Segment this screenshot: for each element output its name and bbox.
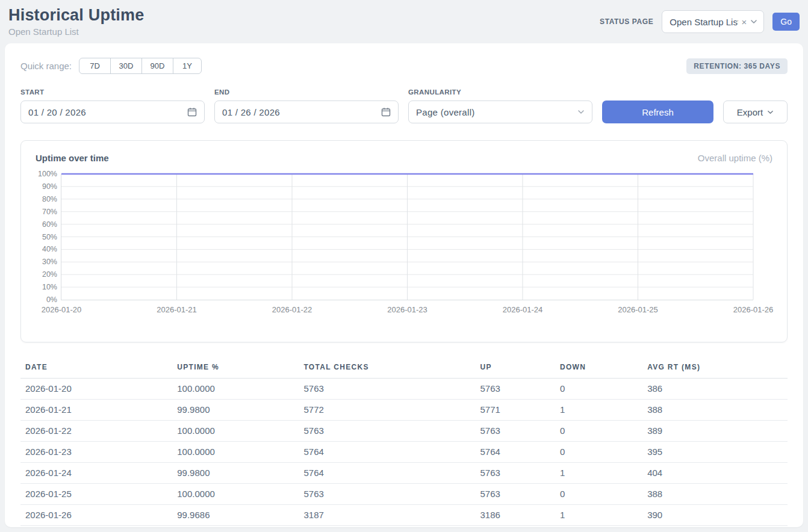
quick-range-90d[interactable]: 90D: [141, 58, 173, 74]
table-cell: 404: [642, 463, 788, 484]
table-cell: 100.0000: [172, 421, 299, 442]
table-column-header: TOTAL CHECKS: [299, 358, 475, 379]
chart-title: Uptime over time: [36, 153, 109, 163]
table-column-header: DATE: [20, 358, 172, 379]
end-date-input[interactable]: 01 / 26 / 2026: [214, 101, 399, 123]
table-cell: 0: [555, 421, 642, 442]
y-axis-tick-label: 80%: [42, 195, 57, 203]
status-page-label: STATUS PAGE: [600, 17, 653, 26]
status-page-controls: STATUS PAGE Open Startup List × Go: [600, 10, 800, 33]
table-cell: 100.0000: [172, 379, 299, 400]
granularity-selected-value: Page (overall): [416, 107, 577, 117]
x-axis-tick-label: 2026-01-20: [42, 305, 82, 314]
table-cell: 100.0000: [172, 442, 299, 463]
table-cell: 5772: [299, 400, 475, 421]
table-cell: 5763: [475, 379, 555, 400]
table-row: 2026-01-25100.0000576357630388: [20, 484, 788, 505]
table-cell: 1: [555, 505, 642, 526]
table-cell: 5771: [475, 400, 555, 421]
clear-selection-icon[interactable]: ×: [742, 17, 747, 26]
end-date-label: END: [214, 88, 399, 96]
status-page-selected-value: Open Startup List: [670, 17, 738, 27]
granularity-label: GRANULARITY: [408, 88, 592, 96]
table-cell: 0: [555, 442, 642, 463]
table-column-header: UPTIME %: [172, 358, 299, 379]
go-button[interactable]: Go: [772, 13, 800, 31]
table-cell: 5763: [475, 421, 555, 442]
y-axis-tick-label: 0%: [46, 295, 57, 304]
table-column-header: DOWN: [555, 358, 642, 379]
chart-area: 0%10%20%30%40%50%60%70%80%90%100%2026-01…: [36, 168, 772, 326]
table-cell: 2026-01-25: [20, 484, 172, 505]
table-column-header: AVG RT (MS): [642, 358, 788, 379]
uptime-line-chart: [61, 174, 753, 300]
table-row: 2026-01-20100.0000576357630386: [20, 379, 788, 400]
end-date-field: END 01 / 26 / 2026: [214, 88, 399, 123]
y-axis-tick-label: 10%: [42, 283, 57, 291]
y-axis-tick-label: 100%: [38, 170, 57, 178]
granularity-field: GRANULARITY Page (overall): [408, 88, 592, 123]
table-column-header: UP: [475, 358, 555, 379]
table-cell: 1: [555, 400, 642, 421]
x-axis-tick-label: 2026-01-25: [618, 305, 658, 314]
quick-range-7d[interactable]: 7D: [79, 58, 111, 74]
table-cell: 2026-01-26: [20, 505, 172, 526]
table-cell: 390: [642, 505, 788, 526]
table-cell: 5763: [299, 484, 475, 505]
table-cell: 5764: [475, 442, 555, 463]
start-date-field: START 01 / 20 / 2026: [20, 88, 205, 123]
y-axis-tick-label: 70%: [42, 208, 57, 216]
table-cell: 2026-01-20: [20, 379, 172, 400]
table-cell: 2026-01-21: [20, 400, 172, 421]
y-axis-tick-label: 50%: [42, 233, 57, 241]
calendar-icon[interactable]: [187, 107, 197, 117]
calendar-icon[interactable]: [381, 107, 391, 117]
x-axis-tick-label: 2026-01-24: [503, 305, 543, 314]
table-cell: 5763: [299, 421, 475, 442]
retention-badge: RETENTION: 365 DAYS: [686, 58, 788, 74]
refresh-button[interactable]: Refresh: [602, 101, 713, 123]
table-cell: 2026-01-24: [20, 463, 172, 484]
table-cell: 99.9800: [172, 400, 299, 421]
table-cell: 388: [642, 484, 788, 505]
table-row: 2026-01-2499.9800576457631404: [20, 463, 788, 484]
quick-range-label: Quick range:: [20, 61, 72, 71]
export-button[interactable]: Export: [723, 101, 788, 123]
table-cell: 100.0000: [172, 484, 299, 505]
chevron-down-icon: [577, 108, 585, 116]
table-cell: 2026-01-22: [20, 421, 172, 442]
granularity-select[interactable]: Page (overall): [408, 101, 592, 123]
page-header: Historical Uptime Open Startup List STAT…: [0, 0, 808, 43]
chevron-down-icon: [750, 18, 757, 25]
main-panel: Quick range: 7D30D90D1Y RETENTION: 365 D…: [5, 43, 803, 527]
chart-header: Uptime over time Overall uptime (%): [36, 153, 772, 163]
table-cell: 5763: [475, 484, 555, 505]
table-cell: 389: [642, 421, 788, 442]
table-row: 2026-01-2199.9800577257711388: [20, 400, 788, 421]
table-cell: 0: [555, 379, 642, 400]
quick-range-1y[interactable]: 1Y: [173, 58, 202, 74]
table-cell: 395: [642, 442, 788, 463]
table-cell: 388: [642, 400, 788, 421]
y-axis-tick-label: 30%: [42, 258, 57, 266]
chevron-down-icon: [767, 109, 774, 116]
table-cell: 5764: [299, 442, 475, 463]
table-cell: 3186: [475, 505, 555, 526]
quick-range-row: Quick range: 7D30D90D1Y RETENTION: 365 D…: [20, 58, 788, 74]
end-date-value: 01 / 26 / 2026: [222, 107, 381, 117]
table-row: 2026-01-22100.0000576357630389: [20, 421, 788, 442]
x-axis-tick-label: 2026-01-26: [733, 305, 774, 314]
y-axis-tick-label: 90%: [42, 182, 57, 191]
filter-form-row: START 01 / 20 / 2026 END 01 / 26 / 2026 …: [20, 88, 788, 123]
table-cell: 3187: [299, 505, 475, 526]
export-button-label: Export: [737, 107, 763, 117]
start-date-label: START: [20, 88, 205, 96]
start-date-input[interactable]: 01 / 20 / 2026: [20, 101, 205, 123]
table-row: 2026-01-23100.0000576457640395: [20, 442, 788, 463]
table-cell: 0: [555, 484, 642, 505]
table-cell: 5763: [475, 463, 555, 484]
quick-range-30d[interactable]: 30D: [110, 58, 142, 74]
status-page-select[interactable]: Open Startup List ×: [662, 10, 764, 33]
x-axis-tick-label: 2026-01-21: [157, 305, 197, 314]
table-row: 2026-01-2699.9686318731861390: [20, 505, 788, 526]
